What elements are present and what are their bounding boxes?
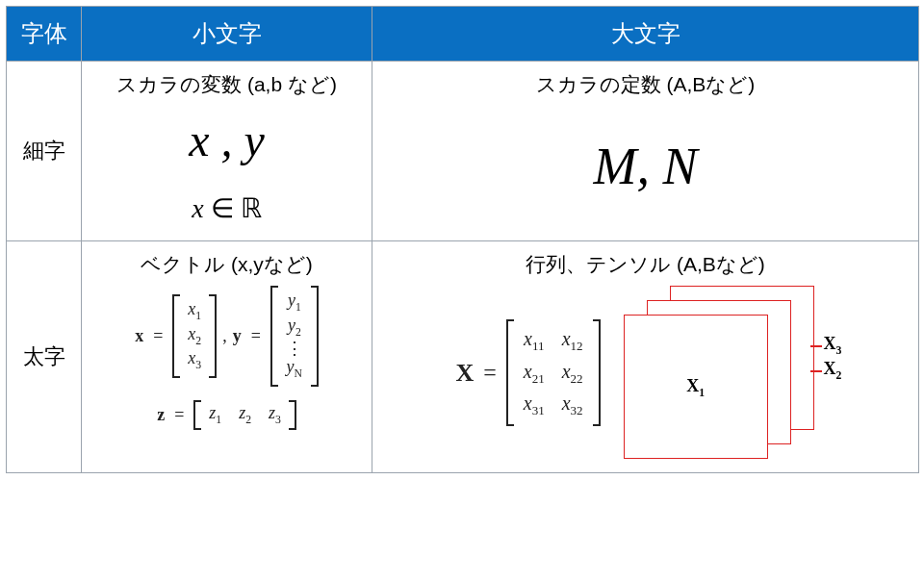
rowheader-bold: 太字: [7, 241, 82, 473]
mat-X-body: x11 x12 x21 x22 x31 x32: [506, 319, 601, 426]
header-row: 字体 小文字 大文字: [7, 7, 919, 62]
vec-y: y1 y2 ⋮ yN: [270, 286, 319, 387]
cell-bold-lower: ベクトル (x,yなど) x = x1 x2 x3 , y: [82, 241, 372, 473]
row-thin: 細字 スカラの変数 (a,b など) x , y x ∈ ℝ スカラの定数 (A…: [7, 62, 919, 241]
mat-X-label: X: [455, 358, 474, 388]
eq-4: =: [483, 359, 497, 387]
eq-3: =: [174, 406, 184, 425]
header-typeface: 字体: [7, 7, 82, 62]
tensor-label-3: X3: [824, 334, 842, 357]
vectors-x-y: x = x1 x2 x3 , y =: [88, 286, 366, 387]
notation-table: 字体 小文字 大文字 細字 スカラの変数 (a,b など) x , y x ∈ …: [6, 6, 919, 473]
expr-in: ∈: [211, 193, 241, 223]
cell-thin-lower: スカラの変数 (a,b など) x , y x ∈ ℝ: [82, 62, 372, 241]
vector-z: z = z1 z2 z3: [88, 400, 366, 430]
expr-x: x: [192, 193, 203, 223]
header-lowercase: 小文字: [82, 7, 372, 62]
tensor-label-2: X2: [824, 359, 842, 382]
tensor-label-1: X1: [686, 376, 705, 399]
matrix-tensor-row: X = x11 x12 x21 x22 x31 x32: [378, 286, 912, 459]
cell-title-bold-lower: ベクトル (x,yなど): [88, 251, 366, 278]
vec-x-label: x: [135, 327, 143, 346]
cell-thin-upper: スカラの定数 (A,Bなど) M, N: [372, 62, 919, 241]
expr-x-in-R: x ∈ ℝ: [88, 189, 366, 227]
comma-1: ,: [222, 327, 227, 346]
cell-title-thin-upper: スカラの定数 (A,Bなど): [378, 71, 912, 98]
expr-xy: x , y: [88, 108, 366, 172]
eq-1: =: [153, 327, 163, 346]
rowheader-thin: 細字: [7, 62, 82, 241]
header-uppercase: 大文字: [372, 7, 919, 62]
cell-title-thin-lower: スカラの変数 (a,b など): [88, 71, 366, 98]
cell-title-bold-upper: 行列、テンソル (A,Bなど): [378, 251, 912, 278]
vec-z: z1 z2 z3: [193, 400, 296, 430]
vec-x: x1 x2 x3: [172, 294, 217, 377]
expr-MN: M, N: [378, 131, 912, 204]
vec-z-label: z: [157, 406, 165, 425]
tensor-sheet-1: X1: [624, 315, 768, 459]
cell-bold-upper: 行列、テンソル (A,Bなど) X = x11 x12 x21 x22: [372, 241, 919, 473]
expr-R: ℝ: [241, 193, 262, 223]
tensor-stack: X1 X3 X2: [624, 286, 835, 459]
matrix-X: X = x11 x12 x21 x22 x31 x32: [455, 319, 600, 426]
eq-2: =: [251, 327, 261, 346]
row-bold: 太字 ベクトル (x,yなど) x = x1 x2 x3: [7, 241, 919, 473]
vec-y-label: y: [233, 327, 242, 346]
